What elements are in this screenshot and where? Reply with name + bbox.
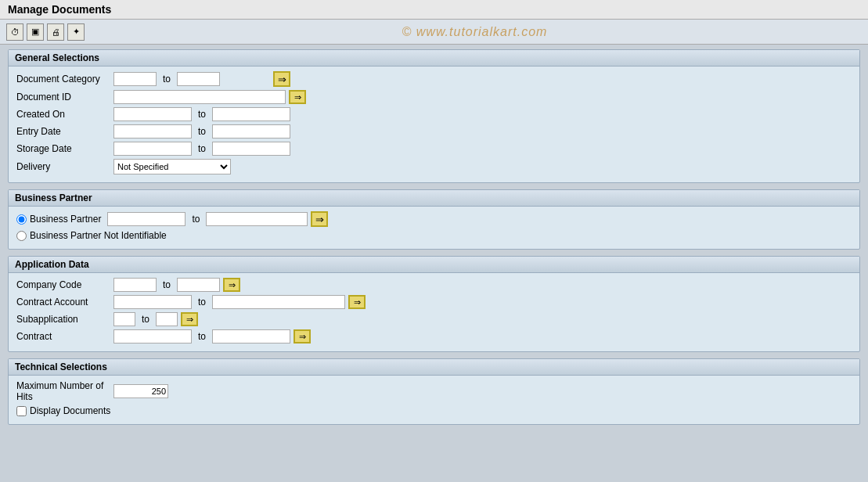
application-data-section: Application Data Company Code to ⇒ Contr… bbox=[8, 256, 860, 352]
document-category-to-input[interactable] bbox=[177, 72, 220, 86]
storage-date-label: Storage Date bbox=[16, 143, 110, 154]
max-hits-row: Maximum Number of Hits bbox=[16, 380, 852, 402]
document-category-row: Document Category to ⇒ bbox=[16, 71, 852, 87]
contract-account-row: Contract Account to ⇒ bbox=[16, 295, 852, 309]
technical-selections-body: Maximum Number of Hits Display Documents bbox=[9, 376, 859, 424]
company-code-arrow-button[interactable]: ⇒ bbox=[223, 278, 240, 292]
delivery-label: Delivery bbox=[16, 161, 110, 172]
application-data-body: Company Code to ⇒ Contract Account to ⇒ … bbox=[9, 273, 859, 351]
business-partner-arrow-button[interactable]: ⇒ bbox=[311, 211, 328, 227]
display-documents-checkbox[interactable] bbox=[16, 406, 27, 416]
contract-account-arrow-button[interactable]: ⇒ bbox=[348, 295, 366, 309]
print-button[interactable]: 🖨 bbox=[47, 23, 64, 41]
document-id-label: Document ID bbox=[16, 92, 110, 103]
business-partner-radio[interactable] bbox=[16, 214, 27, 225]
entry-date-from-input[interactable] bbox=[113, 124, 192, 138]
delivery-row: Delivery Not Specified Delivery No Deliv… bbox=[16, 159, 852, 174]
contract-account-from-input[interactable] bbox=[113, 295, 192, 309]
execute-button[interactable]: ⏱ bbox=[6, 23, 23, 41]
business-partner-body: Business Partner to ⇒ Business Partner N… bbox=[9, 207, 859, 249]
created-on-to-input[interactable] bbox=[212, 107, 290, 121]
bp-not-identifiable-radio[interactable] bbox=[16, 231, 27, 241]
general-selections-body: Document Category to ⇒ Document ID ⇒ Cre… bbox=[9, 67, 859, 182]
company-code-from-input[interactable] bbox=[113, 278, 157, 292]
document-id-row: Document ID ⇒ bbox=[16, 90, 852, 104]
entry-date-label: Entry Date bbox=[16, 126, 110, 137]
watermark: © www.tutorialkart.com bbox=[88, 25, 862, 39]
subapplication-arrow-button[interactable]: ⇒ bbox=[181, 312, 198, 326]
entry-date-to-label: to bbox=[198, 126, 206, 137]
max-hits-input[interactable] bbox=[113, 384, 168, 398]
business-partner-from-input[interactable] bbox=[107, 212, 185, 226]
display-documents-checkbox-label[interactable]: Display Documents bbox=[16, 405, 110, 416]
document-category-arrow-button[interactable]: ⇒ bbox=[273, 71, 290, 87]
business-partner-to-input[interactable] bbox=[206, 212, 308, 226]
contract-to-label: to bbox=[198, 331, 206, 342]
general-selections-section: General Selections Document Category to … bbox=[8, 49, 860, 183]
contract-account-to-input[interactable] bbox=[212, 295, 345, 309]
contract-account-to-label: to bbox=[198, 297, 206, 308]
created-on-from-input[interactable] bbox=[113, 107, 192, 121]
title-bar: Manage Documents bbox=[0, 0, 868, 20]
bp-not-identifiable-radio-label[interactable]: Business Partner Not Identifiable bbox=[16, 230, 167, 241]
max-hits-label: Maximum Number of Hits bbox=[16, 380, 110, 402]
business-partner-header: Business Partner bbox=[9, 190, 859, 207]
save-button[interactable]: ▣ bbox=[27, 23, 44, 41]
business-partner-radio-text: Business Partner bbox=[30, 214, 101, 225]
technical-selections-header: Technical Selections bbox=[9, 359, 859, 376]
document-id-input[interactable] bbox=[113, 90, 286, 104]
entry-date-to-input[interactable] bbox=[212, 124, 290, 138]
contract-row: Contract to ⇒ bbox=[16, 329, 852, 344]
subapplication-to-input[interactable] bbox=[156, 312, 178, 326]
contract-account-label: Contract Account bbox=[16, 297, 110, 308]
display-documents-label-text: Display Documents bbox=[30, 405, 110, 416]
subapplication-from-input[interactable] bbox=[113, 312, 135, 326]
delivery-select[interactable]: Not Specified Delivery No Delivery bbox=[113, 159, 231, 174]
subapplication-to-label: to bbox=[142, 314, 149, 325]
bp-not-identifiable-text: Business Partner Not Identifiable bbox=[30, 230, 167, 241]
created-on-row: Created On to bbox=[16, 107, 852, 121]
company-code-to-label: to bbox=[163, 279, 171, 290]
contract-from-input[interactable] bbox=[113, 329, 192, 344]
company-code-row: Company Code to ⇒ bbox=[16, 278, 852, 292]
subapplication-row: Subapplication to ⇒ bbox=[16, 312, 852, 326]
general-selections-header: General Selections bbox=[9, 50, 859, 67]
bp-not-identifiable-row: Business Partner Not Identifiable bbox=[16, 230, 852, 241]
application-data-header: Application Data bbox=[9, 257, 859, 273]
storage-date-to-label: to bbox=[198, 143, 206, 154]
main-content: General Selections Document Category to … bbox=[0, 45, 868, 436]
entry-date-row: Entry Date to bbox=[16, 124, 852, 138]
business-partner-section: Business Partner Business Partner to ⇒ B… bbox=[8, 189, 860, 250]
company-code-label: Company Code bbox=[16, 279, 110, 290]
company-code-to-input[interactable] bbox=[177, 278, 220, 292]
created-on-to-label: to bbox=[198, 109, 206, 120]
contract-to-input[interactable] bbox=[212, 329, 290, 344]
document-category-to-label: to bbox=[163, 74, 171, 85]
page-title: Manage Documents bbox=[8, 3, 111, 16]
contract-label: Contract bbox=[16, 331, 110, 342]
business-partner-radio-label[interactable]: Business Partner bbox=[16, 214, 101, 225]
storage-date-row: Storage Date to bbox=[16, 142, 852, 156]
storage-date-to-input[interactable] bbox=[212, 142, 290, 156]
business-partner-to-label: to bbox=[192, 214, 200, 225]
storage-date-from-input[interactable] bbox=[113, 142, 192, 156]
contract-arrow-button[interactable]: ⇒ bbox=[294, 329, 311, 344]
display-documents-row: Display Documents bbox=[16, 405, 852, 416]
business-partner-row: Business Partner to ⇒ bbox=[16, 211, 852, 227]
settings-button[interactable]: ✦ bbox=[67, 23, 85, 41]
document-category-label: Document Category bbox=[16, 74, 110, 85]
created-on-label: Created On bbox=[16, 109, 110, 120]
document-category-from-input[interactable] bbox=[113, 72, 157, 86]
subapplication-label: Subapplication bbox=[16, 314, 110, 325]
toolbar: ⏱ ▣ 🖨 ✦ © www.tutorialkart.com bbox=[0, 20, 868, 45]
document-id-arrow-button[interactable]: ⇒ bbox=[289, 90, 306, 104]
technical-selections-section: Technical Selections Maximum Number of H… bbox=[8, 358, 860, 425]
